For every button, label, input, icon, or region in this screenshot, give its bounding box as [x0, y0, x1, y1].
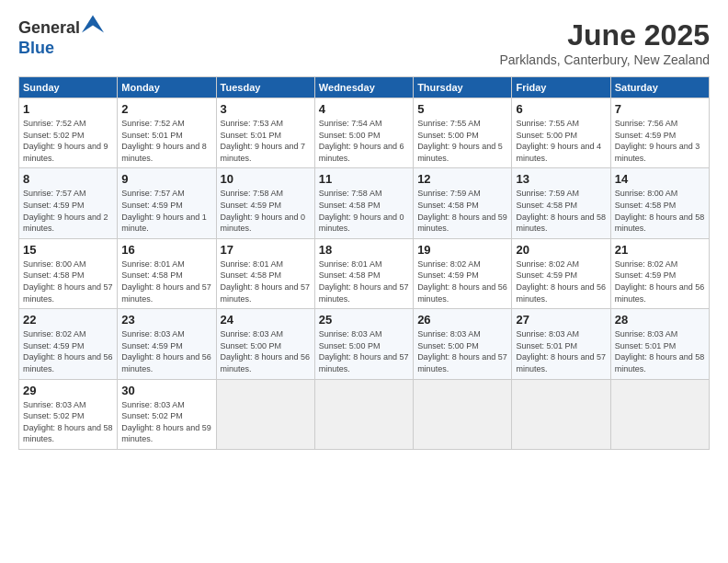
day-number: 2 — [121, 102, 211, 116]
day-info: Sunrise: 7:59 AM Sunset: 4:58 PM Dayligh… — [516, 189, 606, 233]
day-number: 18 — [319, 243, 409, 257]
calendar-cell: 2 Sunrise: 7:52 AM Sunset: 5:01 PM Dayli… — [118, 98, 216, 168]
calendar-cell: 11 Sunrise: 7:58 AM Sunset: 4:58 PM Dayl… — [314, 168, 413, 238]
calendar-cell: 24 Sunrise: 8:03 AM Sunset: 5:00 PM Dayl… — [216, 309, 314, 379]
day-number: 15 — [23, 243, 113, 257]
day-number: 7 — [615, 102, 705, 116]
calendar-cell: 10 Sunrise: 7:58 AM Sunset: 4:59 PM Dayl… — [216, 168, 314, 238]
calendar-cell: 23 Sunrise: 8:03 AM Sunset: 4:59 PM Dayl… — [118, 309, 216, 379]
calendar-cell — [314, 379, 413, 449]
location: Parklands, Canterbury, New Zealand — [499, 52, 710, 67]
day-number: 6 — [516, 102, 606, 116]
day-info: Sunrise: 7:52 AM Sunset: 5:02 PM Dayligh… — [23, 119, 108, 163]
calendar-cell — [216, 379, 314, 449]
weekday-header-row: SundayMondayTuesdayWednesdayThursdayFrid… — [19, 77, 710, 98]
calendar-cell: 20 Sunrise: 8:02 AM Sunset: 4:59 PM Dayl… — [512, 238, 610, 308]
title-block: June 2025 Parklands, Canterbury, New Zea… — [499, 18, 710, 67]
day-info: Sunrise: 8:00 AM Sunset: 4:58 PM Dayligh… — [615, 189, 705, 233]
day-info: Sunrise: 7:58 AM Sunset: 4:58 PM Dayligh… — [319, 189, 404, 233]
day-info: Sunrise: 8:02 AM Sunset: 4:59 PM Dayligh… — [615, 259, 705, 304]
calendar-cell: 6 Sunrise: 7:55 AM Sunset: 5:00 PM Dayli… — [512, 98, 610, 168]
calendar-week-row: 15 Sunrise: 8:00 AM Sunset: 4:58 PM Dayl… — [19, 238, 710, 308]
day-info: Sunrise: 8:02 AM Sunset: 4:59 PM Dayligh… — [417, 259, 507, 304]
calendar-cell: 3 Sunrise: 7:53 AM Sunset: 5:01 PM Dayli… — [216, 98, 314, 168]
day-number: 24 — [221, 313, 311, 327]
calendar-body: 1 Sunrise: 7:52 AM Sunset: 5:02 PM Dayli… — [19, 98, 710, 450]
calendar-cell: 29 Sunrise: 8:03 AM Sunset: 5:02 PM Dayl… — [19, 379, 118, 449]
calendar-week-row: 8 Sunrise: 7:57 AM Sunset: 4:59 PM Dayli… — [19, 168, 710, 238]
svg-marker-0 — [82, 15, 104, 32]
calendar-cell — [414, 379, 512, 449]
day-number: 14 — [615, 172, 705, 186]
logo: General Blue — [18, 18, 104, 58]
calendar-cell: 1 Sunrise: 7:52 AM Sunset: 5:02 PM Dayli… — [19, 98, 118, 168]
day-info: Sunrise: 7:52 AM Sunset: 5:01 PM Dayligh… — [121, 119, 207, 163]
calendar-cell: 7 Sunrise: 7:56 AM Sunset: 4:59 PM Dayli… — [610, 98, 709, 168]
day-number: 20 — [516, 243, 606, 257]
day-info: Sunrise: 7:57 AM Sunset: 4:59 PM Dayligh… — [23, 189, 108, 233]
weekday-header: Thursday — [414, 77, 512, 98]
calendar-week-row: 22 Sunrise: 8:02 AM Sunset: 4:59 PM Dayl… — [19, 309, 710, 379]
calendar-table: SundayMondayTuesdayWednesdayThursdayFrid… — [18, 76, 710, 450]
calendar-cell: 30 Sunrise: 8:03 AM Sunset: 5:02 PM Dayl… — [118, 379, 216, 449]
day-info: Sunrise: 8:03 AM Sunset: 5:02 PM Dayligh… — [23, 400, 113, 444]
day-number: 23 — [121, 313, 211, 327]
day-number: 22 — [23, 313, 113, 327]
calendar-cell: 17 Sunrise: 8:01 AM Sunset: 4:58 PM Dayl… — [216, 238, 314, 308]
day-info: Sunrise: 8:03 AM Sunset: 4:59 PM Dayligh… — [121, 329, 211, 373]
day-number: 10 — [221, 172, 311, 186]
calendar-week-row: 29 Sunrise: 8:03 AM Sunset: 5:02 PM Dayl… — [19, 379, 710, 449]
day-info: Sunrise: 8:03 AM Sunset: 5:02 PM Dayligh… — [121, 400, 211, 444]
day-info: Sunrise: 8:03 AM Sunset: 5:00 PM Dayligh… — [417, 329, 507, 373]
day-info: Sunrise: 7:58 AM Sunset: 4:59 PM Dayligh… — [221, 189, 306, 233]
day-info: Sunrise: 7:55 AM Sunset: 5:00 PM Dayligh… — [417, 119, 503, 163]
day-info: Sunrise: 8:03 AM Sunset: 5:00 PM Dayligh… — [221, 329, 311, 373]
day-number: 4 — [319, 102, 409, 116]
day-number: 1 — [23, 102, 113, 116]
calendar-cell: 15 Sunrise: 8:00 AM Sunset: 4:58 PM Dayl… — [19, 238, 118, 308]
day-number: 21 — [615, 243, 705, 257]
day-number: 3 — [221, 102, 311, 116]
weekday-header: Tuesday — [216, 77, 314, 98]
calendar-cell: 28 Sunrise: 8:03 AM Sunset: 5:01 PM Dayl… — [610, 309, 709, 379]
calendar-week-row: 1 Sunrise: 7:52 AM Sunset: 5:02 PM Dayli… — [19, 98, 710, 168]
weekday-header: Monday — [118, 77, 216, 98]
day-number: 17 — [221, 243, 311, 257]
calendar-cell: 4 Sunrise: 7:54 AM Sunset: 5:00 PM Dayli… — [314, 98, 413, 168]
day-info: Sunrise: 8:03 AM Sunset: 5:01 PM Dayligh… — [615, 329, 705, 373]
day-info: Sunrise: 8:01 AM Sunset: 4:58 PM Dayligh… — [121, 259, 211, 304]
calendar-cell: 25 Sunrise: 8:03 AM Sunset: 5:00 PM Dayl… — [314, 309, 413, 379]
day-number: 12 — [417, 172, 507, 186]
day-number: 30 — [121, 384, 211, 397]
day-number: 13 — [516, 172, 606, 186]
day-number: 29 — [23, 384, 113, 397]
day-number: 26 — [417, 313, 507, 327]
calendar-cell: 26 Sunrise: 8:03 AM Sunset: 5:00 PM Dayl… — [414, 309, 512, 379]
calendar-cell — [610, 379, 709, 449]
calendar-cell — [512, 379, 610, 449]
day-number: 8 — [23, 172, 113, 186]
calendar-cell: 8 Sunrise: 7:57 AM Sunset: 4:59 PM Dayli… — [19, 168, 118, 238]
day-number: 11 — [319, 172, 409, 186]
weekday-header: Saturday — [610, 77, 709, 98]
calendar-cell: 22 Sunrise: 8:02 AM Sunset: 4:59 PM Dayl… — [19, 309, 118, 379]
calendar-cell: 19 Sunrise: 8:02 AM Sunset: 4:59 PM Dayl… — [414, 238, 512, 308]
weekday-header: Friday — [512, 77, 610, 98]
day-info: Sunrise: 8:02 AM Sunset: 4:59 PM Dayligh… — [516, 259, 606, 304]
day-number: 5 — [417, 102, 507, 116]
calendar-cell: 9 Sunrise: 7:57 AM Sunset: 4:59 PM Dayli… — [118, 168, 216, 238]
day-info: Sunrise: 8:00 AM Sunset: 4:58 PM Dayligh… — [23, 259, 113, 304]
calendar-cell: 21 Sunrise: 8:02 AM Sunset: 4:59 PM Dayl… — [610, 238, 709, 308]
day-info: Sunrise: 7:56 AM Sunset: 4:59 PM Dayligh… — [615, 119, 700, 163]
day-info: Sunrise: 8:01 AM Sunset: 4:58 PM Dayligh… — [319, 259, 409, 304]
weekday-header: Sunday — [19, 77, 118, 98]
day-number: 9 — [121, 172, 211, 186]
day-info: Sunrise: 7:59 AM Sunset: 4:58 PM Dayligh… — [417, 189, 507, 233]
page-header: General Blue June 2025 Parklands, Canter… — [18, 18, 710, 67]
day-info: Sunrise: 8:02 AM Sunset: 4:59 PM Dayligh… — [23, 329, 113, 373]
day-number: 25 — [319, 313, 409, 327]
day-info: Sunrise: 7:57 AM Sunset: 4:59 PM Dayligh… — [121, 189, 207, 233]
calendar-cell: 12 Sunrise: 7:59 AM Sunset: 4:58 PM Dayl… — [414, 168, 512, 238]
calendar-cell: 14 Sunrise: 8:00 AM Sunset: 4:58 PM Dayl… — [610, 168, 709, 238]
logo-bird-icon — [82, 15, 104, 33]
